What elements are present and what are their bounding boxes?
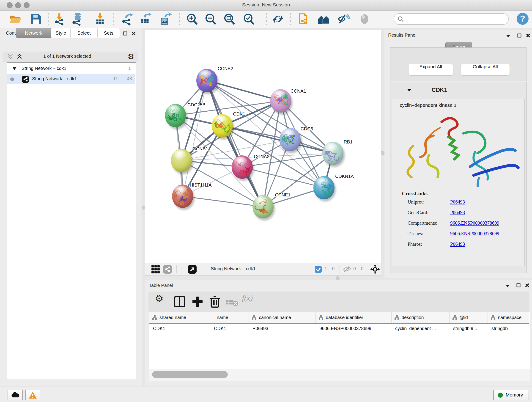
bottom-splitter-handle[interactable] [336,276,340,280]
crosslink-link[interactable]: 9606.ENSP00000378699 [450,231,499,236]
crosslink-row: Uniprot: P06493 [408,199,522,206]
table-cell[interactable]: stringdb [491,326,527,335]
network-node-CCNA1[interactable]: CCNA1 [270,89,306,115]
network-node-CDC6[interactable]: CDC6 [279,126,313,153]
column-header-name[interactable]: name [210,312,249,323]
column-header-shared-name[interactable]: shared name [149,312,210,323]
eye-slash-icon[interactable] [336,12,350,26]
function-builder-icon[interactable]: f(x) [242,294,255,307]
network-node-CCNB2[interactable]: CCNB2 [196,66,233,94]
toolbar-separator [290,13,291,25]
table-horizontal-scrollbar[interactable] [149,369,530,381]
crosslink-link[interactable]: P06493 [450,199,465,205]
tab-network[interactable]: Network [16,28,51,38]
column-header-namespace[interactable]: namespace [488,312,529,323]
tab-sets[interactable]: Sets [97,28,120,38]
section-expanded-triangle-icon[interactable] [407,89,412,92]
trash-icon[interactable] [209,295,221,308]
right-splitter-handle[interactable] [381,151,385,155]
table-cell[interactable]: CDK1 [214,326,247,335]
gear-icon[interactable]: ⚙ [128,52,134,61]
hidden-eye-slash-icon[interactable] [343,266,351,273]
panel-menu-icon[interactable] [505,284,510,287]
zoom-in-icon[interactable] [185,12,198,26]
export-image-icon[interactable] [159,12,172,26]
export-network-icon[interactable] [120,12,133,26]
network-node-CDKN1A[interactable]: CDKN1A [313,174,354,201]
move-crosshair-icon[interactable] [370,264,380,274]
export-table-icon[interactable] [138,12,152,26]
panel-close-icon[interactable] [525,283,529,287]
panel-float-icon[interactable] [517,33,521,38]
search-icon [397,16,404,23]
grid-icon[interactable] [151,265,160,274]
collapse-all-chevron-icon[interactable] [7,54,13,59]
cdk1-section-header[interactable]: CDK1 [390,82,526,99]
search-input[interactable] [406,15,505,23]
network-node-CCNA2[interactable]: CCNA2 [232,154,269,181]
gear-icon[interactable]: ⚙ [155,293,168,306]
panel-float-icon[interactable] [516,283,520,287]
crosslink-link[interactable]: P06493 [450,241,465,247]
folder-open-icon[interactable] [9,12,22,26]
table-cell[interactable]: CDK1 [153,326,209,335]
memory-button[interactable]: Memory [493,390,529,400]
column-header-database-identifier[interactable]: database identifier [316,312,392,323]
network-label: String Network – cdk1 [32,76,77,81]
scrollbar-thumb[interactable] [152,371,228,378]
toolbar-separator [48,13,49,25]
protein-description: cyclin–dependent kinase 1 [400,102,457,108]
share-gray-icon[interactable] [163,265,172,274]
columns-icon[interactable] [173,295,186,308]
warnings-button[interactable] [25,390,40,400]
expand-all-chevron-icon[interactable] [17,54,22,59]
import-database-icon[interactable] [70,12,84,26]
zoom-out-icon[interactable] [204,12,217,26]
network-node-RB1[interactable]: RB1 [321,139,353,167]
panel-close-icon[interactable] [132,32,136,36]
table-cell[interactable]: cyclin–dependent ... [395,326,448,335]
zoom-fit-icon[interactable] [222,12,236,26]
network-node-HIST1H1A[interactable]: HIST1H1A [168,182,212,210]
plus-icon[interactable] [191,295,204,308]
network-node-CCNE1[interactable]: CCNE1 [253,192,291,220]
column-header-description[interactable]: description [392,312,450,323]
cloud-button[interactable] [7,390,23,400]
selected-checkbox-icon[interactable] [315,266,322,273]
node-label-HIST1H1A: HIST1H1A [190,182,212,187]
network-graph[interactable]: CCNB2CCNA1CDC25BCDK1CDC6RB1CCNB1CCNA2CDK… [145,30,381,263]
column-header-@id[interactable]: @id [450,312,488,323]
expanded-triangle-icon[interactable] [12,67,17,70]
panel-menu-icon[interactable] [506,34,510,38]
zoom-selected-icon[interactable] [242,12,255,26]
table-cell[interactable]: 9606.ENSP00000378699 [319,326,390,335]
network-canvas[interactable]: CCNB2CCNA1CDC25BCDK1CDC6RB1CCNB1CCNA2CDK… [145,30,381,263]
section-title: CDK1 [432,87,447,93]
toolbar-separator [114,13,114,25]
column-header-canonical-name[interactable]: canonical name [249,312,316,323]
left-splitter-handle[interactable] [142,206,146,210]
document-share-icon[interactable] [298,12,311,26]
tab-style[interactable]: Style [51,28,70,38]
table-cell[interactable]: stringdb:9... [453,326,486,335]
panel-close-icon[interactable] [526,33,530,38]
open-external-icon[interactable] [188,265,196,274]
panel-float-icon[interactable] [123,32,127,36]
delete-table-icon[interactable] [226,298,239,310]
network-row[interactable]: String Network – cdk1 11 48 [7,74,135,84]
import-table-icon[interactable] [94,12,107,26]
crosslink-link[interactable]: P06493 [450,210,465,216]
table-cell[interactable]: P06493 [253,326,314,335]
help-icon[interactable]: ? [516,12,529,26]
network-collection-row[interactable]: String Network – cdk1 1 [7,64,135,74]
search-field[interactable] [394,13,509,25]
collapse-all-button[interactable]: Collapse All [461,64,510,75]
houses-icon[interactable] [317,12,330,26]
eye-icon[interactable] [358,12,371,26]
tab-select[interactable]: Select [70,28,98,38]
refresh-layout-icon[interactable] [271,12,285,26]
crosslink-link[interactable]: 9606.ENSP00000378699 [450,220,499,226]
expand-all-button[interactable]: Expand All [408,64,453,75]
import-network-icon[interactable] [53,12,66,26]
floppy-save-icon[interactable] [29,12,42,26]
